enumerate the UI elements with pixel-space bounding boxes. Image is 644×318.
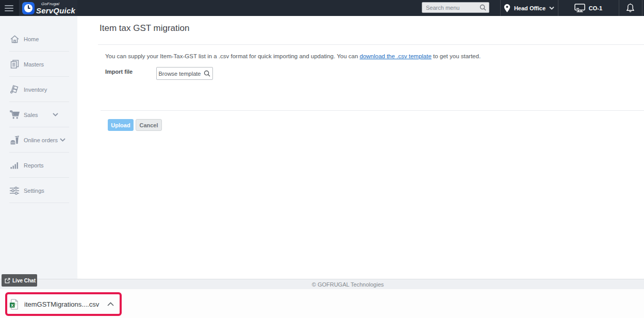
chevron-down-icon: [60, 138, 65, 142]
topbar-divider: [642, 0, 642, 16]
location-pin-icon: [504, 4, 510, 13]
masters-documents-icon: [9, 59, 20, 70]
sidebar-item-label: Online orders: [24, 137, 58, 143]
main-content: Item tax GST migration You can supply yo…: [77, 16, 644, 279]
search-icon[interactable]: [480, 4, 486, 11]
download-csv-template-link[interactable]: download the .csv template: [359, 53, 431, 59]
browse-template-button[interactable]: Browse template: [156, 67, 213, 80]
notifications-button[interactable]: [619, 0, 642, 16]
computer-icon: [574, 4, 585, 12]
live-chat-button[interactable]: Live Chat: [2, 274, 37, 287]
sidebar-item-label: Inventory: [24, 87, 47, 93]
sidebar-item-label: Reports: [24, 162, 44, 169]
sidebar-item-inventory[interactable]: Inventory: [0, 77, 77, 102]
sidebar-item-label: Masters: [24, 61, 44, 68]
page-title: Item tax GST migration: [100, 23, 189, 34]
chevron-down-icon: [549, 6, 554, 10]
search-icon: [204, 70, 210, 77]
location-label: Head Office: [514, 5, 546, 11]
browse-template-label: Browse template: [159, 71, 201, 77]
sidebar-item-settings[interactable]: Settings: [0, 178, 77, 203]
copyright-text: © GOFRUGAL Technologies: [312, 281, 384, 288]
location-selector[interactable]: Head Office: [500, 0, 558, 16]
brand-text: GoFrugal ServQuick: [36, 2, 75, 14]
live-chat-label: Live Chat: [12, 278, 36, 283]
reports-chart-icon: [9, 160, 20, 171]
sidebar: Home Masters: [0, 16, 77, 289]
chevron-down-icon: [53, 113, 58, 116]
cancel-button[interactable]: Cancel: [136, 119, 162, 131]
sidebar-item-reports[interactable]: Reports: [0, 153, 77, 178]
divider: [101, 110, 644, 111]
intro-before-link: You can supply your Item-Tax-GST list in…: [105, 53, 359, 59]
inventory-handtruck-icon: [9, 85, 20, 95]
home-icon: [9, 34, 20, 44]
upload-button[interactable]: Upload: [108, 119, 134, 131]
intro-after-link: to get you started.: [432, 53, 481, 59]
clock-logo-icon: [22, 2, 35, 14]
settings-sliders-icon: [9, 186, 20, 196]
hamburger-menu-button[interactable]: [0, 0, 18, 16]
brand-logo[interactable]: GoFrugal ServQuick: [18, 0, 77, 16]
intro-text: You can supply your Item-Tax-GST list in…: [105, 53, 481, 59]
divider: [98, 44, 644, 45]
sidebar-item-home[interactable]: Home: [0, 26, 77, 52]
brand-name-top: GoFrugal: [41, 2, 75, 6]
browser-download-shelf: X itemGSTMigrations....csv: [0, 289, 644, 318]
terminal-indicator[interactable]: CO-1: [558, 0, 619, 16]
sidebar-item-masters[interactable]: Masters: [0, 52, 77, 77]
sidebar-item-online-orders[interactable]: Online orders: [0, 127, 77, 153]
topbar: GoFrugal ServQuick Head Office: [0, 0, 644, 16]
external-link-icon: [5, 278, 10, 283]
sidebar-menu: Home Masters: [0, 16, 77, 203]
online-orders-fastfood-icon: [9, 135, 20, 145]
menu-search-box: [422, 2, 489, 13]
sidebar-item-sales[interactable]: Sales: [0, 102, 77, 127]
servquick-app-window: GoFrugal ServQuick Head Office: [0, 0, 644, 318]
import-file-label: Import file: [105, 69, 133, 75]
terminal-label: CO-1: [589, 5, 602, 11]
bell-icon: [626, 3, 635, 13]
annotation-highlight-box: [5, 292, 122, 316]
sidebar-item-label: Sales: [24, 112, 38, 118]
sidebar-item-label: Settings: [24, 188, 44, 194]
sales-cart-icon: [9, 110, 20, 120]
brand-name-bottom: ServQuick: [36, 7, 75, 14]
page-footer: © GOFRUGAL Technologies: [0, 279, 644, 289]
search-input[interactable]: [422, 5, 480, 11]
sidebar-item-label: Home: [24, 36, 39, 42]
